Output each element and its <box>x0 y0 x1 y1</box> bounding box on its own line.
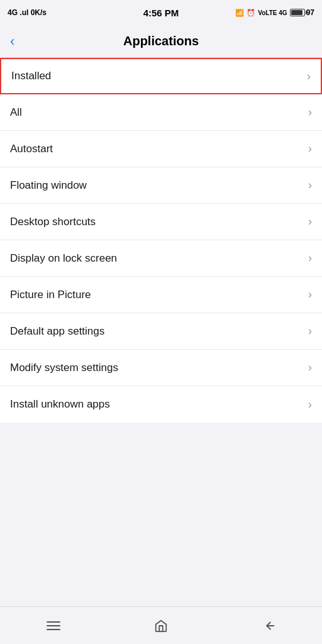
alarm-icon: ⏰ <box>247 9 255 17</box>
page-title: Applications <box>123 34 199 48</box>
chevron-right-icon: › <box>308 252 312 265</box>
menu-item-label: Default app settings <box>10 325 104 338</box>
menu-item-autostart[interactable]: Autostart › <box>0 131 322 167</box>
menu-item-label: Picture in Picture <box>10 289 91 301</box>
menu-item-install-unknown-apps[interactable]: Install unknown apps › <box>0 386 322 423</box>
status-bar: 4G .ul 0K/s 4:56 PM 📶 ⏰ VoLTE 4G 97 <box>0 0 322 25</box>
menu-item-desktop-shortcuts[interactable]: Desktop shortcuts › <box>0 204 322 240</box>
battery-indicator: 97 <box>290 8 314 17</box>
chevron-right-icon: › <box>308 215 312 228</box>
nav-back-icon <box>262 619 275 633</box>
menu-item-floating-window[interactable]: Floating window › <box>0 167 322 204</box>
menu-item-label: All <box>10 106 22 119</box>
hamburger-icon <box>47 621 60 630</box>
menu-item-label: Desktop shortcuts <box>10 216 96 228</box>
home-icon <box>154 619 168 633</box>
chevron-right-icon: › <box>308 325 312 338</box>
nav-back-button[interactable] <box>250 613 287 638</box>
signal-text: 4G .ul 0K/s <box>8 8 47 17</box>
chevron-right-icon: › <box>308 398 312 411</box>
signal-4g-icon: VoLTE 4G <box>258 9 287 16</box>
menu-item-modify-system-settings[interactable]: Modify system settings › <box>0 350 322 386</box>
menu-item-label: Install unknown apps <box>10 398 110 411</box>
header: ‹ Applications <box>0 25 322 58</box>
nav-home-button[interactable] <box>142 613 180 638</box>
chevron-right-icon: › <box>308 361 312 374</box>
battery-icon <box>290 9 305 16</box>
chevron-right-icon: › <box>308 179 312 192</box>
menu-list: Installed › All › Autostart › Floating w… <box>0 58 322 606</box>
menu-item-label: Display on lock screen <box>10 252 117 265</box>
status-left: 4G .ul 0K/s <box>8 8 47 17</box>
status-time: 4:56 PM <box>143 8 179 18</box>
menu-item-label: Installed <box>11 70 51 82</box>
bluetooth-icon: 📶 <box>235 9 244 17</box>
menu-item-label: Floating window <box>10 179 87 192</box>
menu-item-all[interactable]: All › <box>0 94 322 131</box>
menu-item-label: Modify system settings <box>10 362 118 374</box>
menu-item-display-lock-screen[interactable]: Display on lock screen › <box>0 240 322 277</box>
nav-menu-button[interactable] <box>35 613 72 638</box>
chevron-right-icon: › <box>308 106 312 119</box>
chevron-right-icon: › <box>307 70 311 83</box>
status-right: 📶 ⏰ VoLTE 4G 97 <box>235 8 314 17</box>
menu-item-picture-in-picture[interactable]: Picture in Picture › <box>0 277 322 313</box>
battery-fill <box>291 10 303 15</box>
bottom-nav <box>0 606 322 644</box>
chevron-right-icon: › <box>308 142 312 155</box>
battery-pct: 97 <box>306 8 314 17</box>
menu-item-installed[interactable]: Installed › <box>0 58 322 94</box>
menu-item-label: Autostart <box>10 143 53 155</box>
menu-item-default-app-settings[interactable]: Default app settings › <box>0 313 322 350</box>
chevron-right-icon: › <box>308 288 312 301</box>
back-button[interactable]: ‹ <box>10 33 14 50</box>
